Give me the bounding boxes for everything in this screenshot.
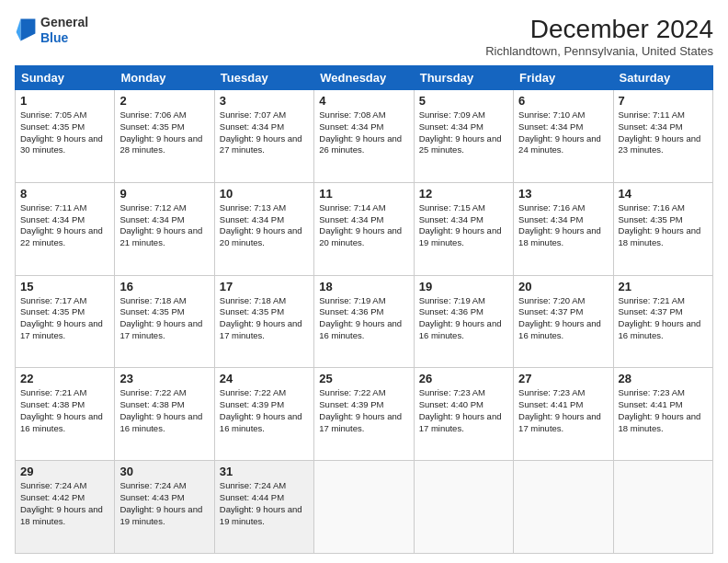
cell-info: Sunrise: 7:21 AMSunset: 4:37 PMDaylight:… bbox=[619, 295, 701, 340]
col-thursday: Thursday bbox=[414, 66, 513, 90]
table-row: 27Sunrise: 7:23 AMSunset: 4:41 PMDayligh… bbox=[514, 368, 613, 461]
calendar-row: 15Sunrise: 7:17 AMSunset: 4:35 PMDayligh… bbox=[16, 275, 713, 368]
table-row: 16Sunrise: 7:18 AMSunset: 4:35 PMDayligh… bbox=[115, 275, 214, 368]
table-row: 4Sunrise: 7:08 AMSunset: 4:34 PMDaylight… bbox=[314, 90, 414, 183]
calendar-row: 8Sunrise: 7:11 AMSunset: 4:34 PMDaylight… bbox=[16, 182, 713, 275]
cell-info: Sunrise: 7:18 AMSunset: 4:35 PMDaylight:… bbox=[220, 295, 302, 340]
day-number: 7 bbox=[619, 94, 708, 108]
col-saturday: Saturday bbox=[613, 66, 712, 90]
day-number: 28 bbox=[619, 372, 708, 385]
day-number: 17 bbox=[220, 280, 309, 293]
day-number: 15 bbox=[20, 280, 109, 293]
table-row: 28Sunrise: 7:23 AMSunset: 4:41 PMDayligh… bbox=[613, 368, 712, 461]
svg-marker-1 bbox=[17, 18, 21, 40]
calendar-row: 1Sunrise: 7:05 AMSunset: 4:35 PMDaylight… bbox=[16, 90, 713, 183]
page: General Blue December 2024 Richlandtown,… bbox=[0, 0, 728, 563]
cell-info: Sunrise: 7:12 AMSunset: 4:34 PMDaylight:… bbox=[119, 202, 202, 247]
calendar-table: Sunday Monday Tuesday Wednesday Thursday… bbox=[15, 65, 713, 554]
cell-info: Sunrise: 7:11 AMSunset: 4:34 PMDaylight:… bbox=[20, 202, 103, 247]
day-number: 9 bbox=[119, 187, 209, 201]
col-friday: Friday bbox=[514, 66, 613, 90]
cell-info: Sunrise: 7:11 AMSunset: 4:34 PMDaylight:… bbox=[619, 109, 701, 155]
header: General Blue December 2024 Richlandtown,… bbox=[15, 15, 713, 58]
table-row bbox=[414, 461, 513, 554]
table-row: 29Sunrise: 7:24 AMSunset: 4:42 PMDayligh… bbox=[16, 461, 115, 554]
col-tuesday: Tuesday bbox=[214, 66, 313, 90]
table-row: 15Sunrise: 7:17 AMSunset: 4:35 PMDayligh… bbox=[16, 275, 115, 368]
day-number: 14 bbox=[619, 187, 708, 201]
table-row: 5Sunrise: 7:09 AMSunset: 4:34 PMDaylight… bbox=[414, 90, 513, 183]
cell-info: Sunrise: 7:23 AMSunset: 4:41 PMDaylight:… bbox=[619, 387, 701, 432]
day-number: 30 bbox=[119, 465, 209, 478]
cell-info: Sunrise: 7:07 AMSunset: 4:34 PMDaylight:… bbox=[220, 109, 302, 155]
cell-info: Sunrise: 7:17 AMSunset: 4:35 PMDaylight:… bbox=[20, 295, 103, 340]
cell-info: Sunrise: 7:09 AMSunset: 4:34 PMDaylight:… bbox=[419, 109, 502, 155]
table-row: 2Sunrise: 7:06 AMSunset: 4:35 PMDaylight… bbox=[115, 90, 214, 183]
cell-info: Sunrise: 7:22 AMSunset: 4:39 PMDaylight:… bbox=[220, 387, 302, 432]
cell-info: Sunrise: 7:19 AMSunset: 4:36 PMDaylight:… bbox=[419, 295, 502, 340]
day-number: 23 bbox=[119, 372, 209, 385]
day-number: 19 bbox=[419, 280, 508, 293]
table-row: 18Sunrise: 7:19 AMSunset: 4:36 PMDayligh… bbox=[314, 275, 414, 368]
day-number: 8 bbox=[20, 187, 109, 201]
cell-info: Sunrise: 7:20 AMSunset: 4:37 PMDaylight:… bbox=[518, 295, 601, 340]
day-number: 2 bbox=[119, 94, 209, 108]
day-number: 3 bbox=[220, 94, 309, 108]
cell-info: Sunrise: 7:22 AMSunset: 4:39 PMDaylight:… bbox=[319, 387, 402, 432]
day-number: 6 bbox=[518, 94, 608, 108]
cell-info: Sunrise: 7:10 AMSunset: 4:34 PMDaylight:… bbox=[518, 109, 601, 155]
table-row bbox=[613, 461, 712, 554]
day-number: 26 bbox=[419, 372, 508, 385]
calendar-header-row: Sunday Monday Tuesday Wednesday Thursday… bbox=[16, 66, 713, 90]
col-wednesday: Wednesday bbox=[314, 66, 414, 90]
month-year: December 2024 bbox=[485, 15, 713, 44]
table-row: 9Sunrise: 7:12 AMSunset: 4:34 PMDaylight… bbox=[115, 182, 214, 275]
cell-info: Sunrise: 7:24 AMSunset: 4:44 PMDaylight:… bbox=[220, 480, 302, 525]
day-number: 4 bbox=[319, 94, 408, 108]
table-row bbox=[514, 461, 613, 554]
cell-info: Sunrise: 7:15 AMSunset: 4:34 PMDaylight:… bbox=[419, 202, 502, 247]
day-number: 25 bbox=[319, 372, 408, 385]
cell-info: Sunrise: 7:24 AMSunset: 4:42 PMDaylight:… bbox=[20, 480, 103, 525]
svg-marker-0 bbox=[20, 18, 35, 40]
table-row: 12Sunrise: 7:15 AMSunset: 4:34 PMDayligh… bbox=[414, 182, 513, 275]
table-row: 1Sunrise: 7:05 AMSunset: 4:35 PMDaylight… bbox=[16, 90, 115, 183]
day-number: 5 bbox=[419, 94, 508, 108]
table-row: 8Sunrise: 7:11 AMSunset: 4:34 PMDaylight… bbox=[16, 182, 115, 275]
day-number: 10 bbox=[220, 187, 309, 201]
table-row: 13Sunrise: 7:16 AMSunset: 4:34 PMDayligh… bbox=[514, 182, 613, 275]
cell-info: Sunrise: 7:23 AMSunset: 4:40 PMDaylight:… bbox=[419, 387, 502, 432]
day-number: 13 bbox=[518, 187, 608, 201]
cell-info: Sunrise: 7:24 AMSunset: 4:43 PMDaylight:… bbox=[119, 480, 202, 525]
cell-info: Sunrise: 7:14 AMSunset: 4:34 PMDaylight:… bbox=[319, 202, 402, 247]
cell-info: Sunrise: 7:16 AMSunset: 4:35 PMDaylight:… bbox=[619, 202, 701, 247]
day-number: 1 bbox=[20, 94, 109, 108]
cell-info: Sunrise: 7:22 AMSunset: 4:38 PMDaylight:… bbox=[119, 387, 202, 432]
logo: General Blue bbox=[15, 15, 88, 46]
day-number: 16 bbox=[119, 280, 209, 293]
day-number: 22 bbox=[20, 372, 109, 385]
col-sunday: Sunday bbox=[16, 66, 115, 90]
location: Richlandtown, Pennsylvania, United State… bbox=[485, 44, 713, 58]
table-row: 6Sunrise: 7:10 AMSunset: 4:34 PMDaylight… bbox=[514, 90, 613, 183]
logo-icon bbox=[15, 17, 37, 43]
logo-text: General Blue bbox=[40, 15, 88, 46]
cell-info: Sunrise: 7:06 AMSunset: 4:35 PMDaylight:… bbox=[119, 109, 202, 155]
cell-info: Sunrise: 7:21 AMSunset: 4:38 PMDaylight:… bbox=[20, 387, 103, 432]
table-row: 14Sunrise: 7:16 AMSunset: 4:35 PMDayligh… bbox=[613, 182, 712, 275]
day-number: 27 bbox=[518, 372, 608, 385]
cell-info: Sunrise: 7:08 AMSunset: 4:34 PMDaylight:… bbox=[319, 109, 402, 155]
table-row: 11Sunrise: 7:14 AMSunset: 4:34 PMDayligh… bbox=[314, 182, 414, 275]
cell-info: Sunrise: 7:23 AMSunset: 4:41 PMDaylight:… bbox=[518, 387, 601, 432]
day-number: 31 bbox=[220, 465, 309, 478]
cell-info: Sunrise: 7:16 AMSunset: 4:34 PMDaylight:… bbox=[518, 202, 601, 247]
day-number: 29 bbox=[20, 465, 109, 478]
table-row: 21Sunrise: 7:21 AMSunset: 4:37 PMDayligh… bbox=[613, 275, 712, 368]
day-number: 24 bbox=[220, 372, 309, 385]
table-row: 3Sunrise: 7:07 AMSunset: 4:34 PMDaylight… bbox=[214, 90, 313, 183]
table-row bbox=[314, 461, 414, 554]
calendar-row: 29Sunrise: 7:24 AMSunset: 4:42 PMDayligh… bbox=[16, 461, 713, 554]
col-monday: Monday bbox=[115, 66, 214, 90]
table-row: 25Sunrise: 7:22 AMSunset: 4:39 PMDayligh… bbox=[314, 368, 414, 461]
table-row: 19Sunrise: 7:19 AMSunset: 4:36 PMDayligh… bbox=[414, 275, 513, 368]
